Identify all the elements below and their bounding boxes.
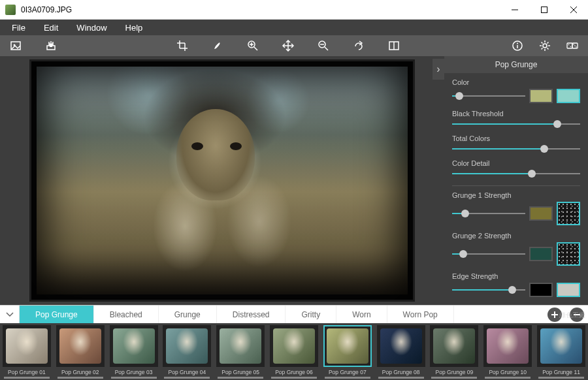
svg-point-37: [568, 44, 570, 46]
brush-icon[interactable]: [210, 38, 225, 54]
texture-swatch[interactable]: [557, 242, 580, 266]
zoom-in-icon[interactable]: [245, 38, 261, 54]
preset-pop-grunge-02[interactable]: Pop Grunge 02: [55, 325, 106, 380]
category-tab-worn-pop[interactable]: Worn Pop: [387, 306, 454, 323]
color-swatch[interactable]: [529, 283, 553, 297]
texture-swatch[interactable]: [557, 202, 580, 225]
color-swatch[interactable]: [529, 89, 553, 103]
prop-color-detail: Color Detail: [444, 159, 588, 184]
slider[interactable]: [452, 120, 580, 128]
svg-point-38: [570, 46, 572, 48]
category-tab-bleached[interactable]: Bleached: [94, 306, 159, 323]
save-icon[interactable]: [43, 38, 59, 54]
category-tab-distressed[interactable]: Distressed: [217, 306, 286, 323]
random-icon[interactable]: [564, 38, 580, 54]
preset-pop-grunge-04[interactable]: Pop Grunge 04: [161, 325, 212, 380]
preset-label: Pop Grunge 05: [221, 369, 259, 375]
toolbar: [0, 35, 588, 56]
svg-point-24: [517, 43, 518, 44]
slider[interactable]: [452, 145, 580, 153]
preset-pop-grunge-03[interactable]: Pop Grunge 03: [108, 325, 159, 380]
expand-categories-button[interactable]: [0, 306, 20, 323]
color-swatch[interactable]: [557, 89, 580, 103]
prop-label: Total Colors: [452, 135, 580, 142]
svg-point-39: [573, 44, 574, 45]
preset-label: Pop Grunge 09: [436, 369, 474, 375]
preset-pop-grunge-09[interactable]: Pop Grunge 09: [429, 325, 480, 380]
preset-label: Pop Grunge 02: [61, 369, 99, 375]
redo-icon[interactable]: [351, 38, 367, 54]
svg-line-13: [254, 47, 257, 50]
slider[interactable]: [452, 92, 525, 100]
preset-label: Pop Grunge 07: [329, 369, 367, 375]
menu-help[interactable]: Help: [116, 21, 152, 35]
close-button[interactable]: [559, 0, 588, 20]
category-tab-pop-grunge[interactable]: Pop Grunge: [20, 306, 94, 323]
properties-panel: Pop Grunge ColorBlack ThresholdTotal Col…: [444, 56, 588, 305]
preset-label: Pop Grunge 11: [542, 369, 580, 375]
maximize-button[interactable]: [529, 0, 559, 20]
color-swatch[interactable]: [529, 247, 553, 261]
preset-pop-grunge-05[interactable]: Pop Grunge 05: [215, 325, 266, 380]
prop-label: Color: [452, 78, 580, 86]
minimize-button[interactable]: [500, 0, 529, 20]
add-preset-button[interactable]: [547, 308, 562, 322]
app-icon: [5, 5, 16, 15]
slider[interactable]: [452, 250, 525, 258]
window-title: 0I3A0709.JPG: [21, 5, 500, 14]
prop-black-threshold: Black Threshold: [444, 110, 588, 135]
slider[interactable]: [452, 286, 525, 294]
work-area: › Pop Grunge ColorBlack ThresholdTotal C…: [0, 56, 588, 305]
svg-line-31: [542, 42, 543, 44]
menu-window[interactable]: Window: [67, 21, 116, 35]
prop-label: Edge Strength: [452, 272, 580, 280]
preset-pop-grunge-08[interactable]: Pop Grunge 08: [376, 325, 427, 380]
prop-color: Color: [444, 78, 588, 110]
prop-grunge-2-strength: Grunge 2 Strength: [444, 232, 588, 272]
category-bar: Pop GrungeBleachedGrungeDistressedGritty…: [0, 305, 588, 323]
category-tab-gritty[interactable]: Gritty: [286, 306, 336, 323]
remove-preset-button[interactable]: [570, 308, 584, 322]
slider[interactable]: [452, 170, 580, 178]
prop-grunge-1-strength: Grunge 1 Strength: [444, 191, 588, 232]
pan-icon[interactable]: [280, 38, 296, 54]
compare-icon[interactable]: [386, 38, 402, 54]
image-icon[interactable]: [8, 38, 24, 54]
menu-edit[interactable]: Edit: [35, 21, 67, 35]
slider[interactable]: [452, 210, 525, 217]
zoom-out-icon[interactable]: [316, 38, 331, 54]
info-icon[interactable]: [510, 38, 525, 54]
preset-label: Pop Grunge 08: [382, 369, 420, 375]
preset-label: Pop Grunge 03: [115, 369, 153, 375]
preset-pop-grunge-01[interactable]: Pop Grunge 01: [1, 325, 52, 380]
svg-point-41: [576, 46, 577, 48]
color-swatch[interactable]: [557, 283, 580, 297]
preset-strip: Pop Grunge 01Pop Grunge 02Pop Grunge 03P…: [0, 323, 588, 380]
prop-label: Color Detail: [452, 159, 580, 167]
color-swatch[interactable]: [529, 206, 553, 221]
menu-file[interactable]: File: [3, 21, 35, 35]
svg-line-34: [547, 42, 549, 44]
crop-icon[interactable]: [174, 38, 190, 54]
menu-bar: FileEditWindowHelp: [0, 20, 588, 35]
preset-pop-grunge-11[interactable]: Pop Grunge 11: [536, 325, 587, 380]
preset-pop-grunge-06[interactable]: Pop Grunge 06: [269, 325, 319, 380]
svg-point-26: [543, 44, 547, 48]
svg-line-33: [542, 48, 543, 50]
category-tab-grunge[interactable]: Grunge: [159, 306, 217, 323]
preset-pop-grunge-10[interactable]: Pop Grunge 10: [482, 325, 533, 380]
title-bar: 0I3A0709.JPG: [0, 0, 588, 20]
canvas-area: ›: [0, 56, 444, 305]
preset-label: Pop Grunge 06: [275, 369, 313, 375]
settings-icon[interactable]: [537, 38, 553, 54]
svg-line-32: [547, 48, 549, 50]
preset-label: Pop Grunge 04: [169, 369, 206, 375]
collapse-panel-button[interactable]: ›: [433, 59, 444, 80]
canvas[interactable]: [29, 59, 415, 302]
prop-label: Black Threshold: [452, 110, 580, 118]
category-tab-worn[interactable]: Worn: [336, 306, 387, 323]
svg-line-19: [325, 47, 328, 50]
preset-label: Pop Grunge 10: [489, 369, 527, 375]
svg-rect-1: [541, 7, 547, 12]
preset-pop-grunge-07[interactable]: Pop Grunge 07: [322, 325, 373, 380]
